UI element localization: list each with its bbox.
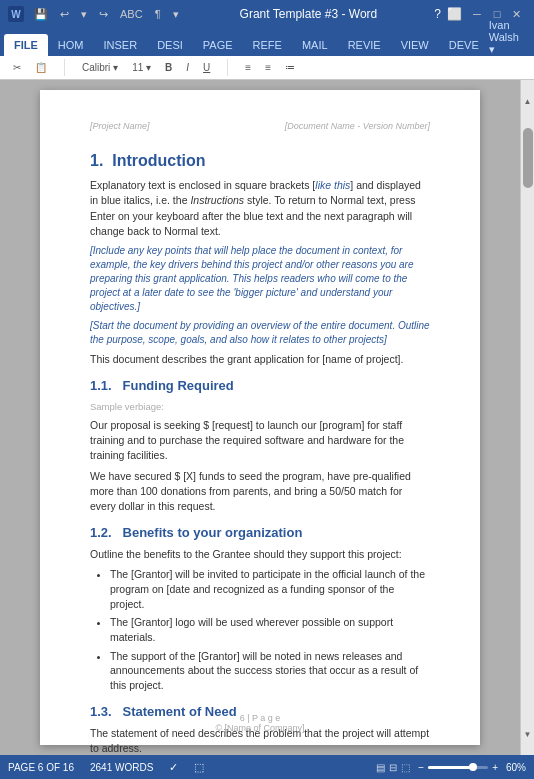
align-center-btn[interactable]: ≡ [260, 59, 276, 76]
intro-instruction-2: [Start the document by providing an over… [90, 319, 430, 347]
scroll-up-arrow[interactable]: ▲ [521, 94, 535, 108]
header-right: [Document Name - Version Number] [285, 120, 430, 133]
title-bar-left: W 💾 ↩ ▾ ↪ ABC ¶ ▾ [8, 6, 183, 23]
redo-btn[interactable]: ↪ [95, 6, 112, 23]
restore-btn[interactable]: ⬜ [447, 7, 462, 21]
format-dropdown[interactable]: ▾ [169, 6, 183, 23]
proofing-icon[interactable]: ✓ [169, 761, 178, 774]
ribbon-group-clipboard: ✂ 📋 [8, 59, 65, 76]
heading-benefits: 1.2. Benefits to your organization [90, 524, 430, 543]
bold-btn[interactable]: B [160, 59, 177, 76]
tab-view[interactable]: VIEW [391, 34, 439, 56]
ribbon: FILE HOM INSER DESI PAGE REFE MAIL REVIE… [0, 28, 534, 56]
zoom-out-icon[interactable]: − [418, 762, 424, 773]
tab-insert[interactable]: INSER [94, 34, 148, 56]
heading-introduction: 1. Introduction [90, 149, 430, 172]
document-scroll[interactable]: [Project Name] [Document Name - Version … [0, 80, 520, 755]
benefit-item-2: The [Grantor] logo will be used wherever… [110, 615, 430, 644]
word-count: 2641 WORDS [90, 762, 153, 773]
zoom-slider[interactable]: − + [418, 762, 498, 773]
undo-btn[interactable]: ↩ [56, 6, 73, 23]
page-count: PAGE 6 OF 16 [8, 762, 74, 773]
format-btn[interactable]: ¶ [151, 6, 165, 22]
tab-page[interactable]: PAGE [193, 34, 243, 56]
footer-company: © [Name of Company] [90, 722, 430, 735]
web-view-icon[interactable]: ⊟ [389, 762, 397, 773]
title-bar: W 💾 ↩ ▾ ↪ ABC ¶ ▾ Grant Template #3 - Wo… [0, 0, 534, 28]
print-view-icon[interactable]: ▤ [376, 762, 385, 773]
zoom-in-icon[interactable]: + [492, 762, 498, 773]
undo-dropdown[interactable]: ▾ [77, 6, 91, 23]
scrollbar-vertical[interactable]: ▲ ▼ [520, 80, 534, 755]
sample-verbiage-label: Sample verbiage: [90, 400, 430, 414]
zoom-fill [428, 766, 470, 769]
benefit-item-1: The [Grantor] will be invited to partici… [110, 567, 430, 611]
tab-home[interactable]: HOM [48, 34, 94, 56]
tab-design[interactable]: DESI [147, 34, 193, 56]
benefits-list: The [Grantor] will be invited to partici… [110, 567, 430, 693]
clipboard-btn[interactable]: ✂ [8, 59, 26, 76]
align-left-btn[interactable]: ≡ [240, 59, 256, 76]
save-quick-btn[interactable]: 💾 [30, 6, 52, 23]
header-left: [Project Name] [90, 120, 150, 133]
zoom-percent[interactable]: 60% [506, 762, 526, 773]
ribbon-group-font: Calibri ▾ 11 ▾ B I U [77, 59, 228, 76]
zoom-thumb[interactable] [469, 763, 477, 771]
status-bar: PAGE 6 OF 16 2641 WORDS ✓ ⬚ ▤ ⊟ ⬚ − + 60… [0, 755, 534, 779]
funding-para-1: Our proposal is seeking $ [request] to l… [90, 418, 430, 464]
funding-para-2: We have secured $ [X] funds to seed the … [90, 469, 430, 515]
quick-access-toolbar: 💾 ↩ ▾ ↪ ABC ¶ ▾ [30, 6, 183, 23]
help-btn[interactable]: ? [434, 7, 441, 21]
view-mode-icons: ▤ ⊟ ⬚ [376, 762, 410, 773]
tab-review[interactable]: REVIE [338, 34, 391, 56]
ribbon-tabs: FILE HOM INSER DESI PAGE REFE MAIL REVIE… [0, 28, 534, 56]
font-select[interactable]: Calibri ▾ [77, 59, 123, 76]
fontsize-select[interactable]: 11 ▾ [127, 59, 156, 76]
bullets-btn[interactable]: ≔ [280, 59, 300, 76]
intro-para-2: This document describes the grant applic… [90, 352, 430, 367]
ribbon-group-paragraph: ≡ ≡ ≔ [240, 59, 312, 76]
italic-btn[interactable]: I [181, 59, 194, 76]
tab-references[interactable]: REFE [243, 34, 292, 56]
zoom-track[interactable] [428, 766, 488, 769]
intro-instruction-1: [Include any key points that will help p… [90, 244, 430, 314]
minimize-btn[interactable]: ─ [468, 6, 486, 22]
scroll-down-arrow[interactable]: ▼ [521, 727, 535, 741]
intro-para-1: Explanatory text is enclosed in square b… [90, 178, 430, 239]
benefits-intro: Outline the benefits to the Grantee shou… [90, 547, 430, 562]
status-right: ▤ ⊟ ⬚ − + 60% [376, 762, 526, 773]
spellcheck-btn[interactable]: ABC [116, 6, 147, 22]
word-icon: W [8, 6, 24, 22]
document-area: [Project Name] [Document Name - Version … [0, 80, 534, 755]
tab-mailings[interactable]: MAIL [292, 34, 338, 56]
scroll-thumb[interactable] [523, 128, 533, 188]
copy-btn[interactable]: 📋 [30, 59, 52, 76]
benefit-item-3: The support of the [Grantor] will be not… [110, 649, 430, 693]
scroll-track[interactable] [523, 108, 533, 727]
read-view-icon[interactable]: ⬚ [401, 762, 410, 773]
ribbon-content: ✂ 📋 Calibri ▾ 11 ▾ B I U ≡ ≡ ≔ [0, 56, 534, 80]
tab-developer[interactable]: DEVE [439, 34, 489, 56]
tab-file[interactable]: FILE [4, 34, 48, 56]
heading-funding: 1.1. Funding Required [90, 377, 430, 396]
document-page: [Project Name] [Document Name - Version … [40, 90, 480, 745]
user-name[interactable]: Ivan Walsh ▾ [489, 19, 528, 56]
underline-btn[interactable]: U [198, 59, 215, 76]
doc-header: [Project Name] [Document Name - Version … [90, 120, 430, 133]
track-changes-icon[interactable]: ⬚ [194, 761, 204, 774]
window-title: Grant Template #3 - Word [240, 7, 378, 21]
